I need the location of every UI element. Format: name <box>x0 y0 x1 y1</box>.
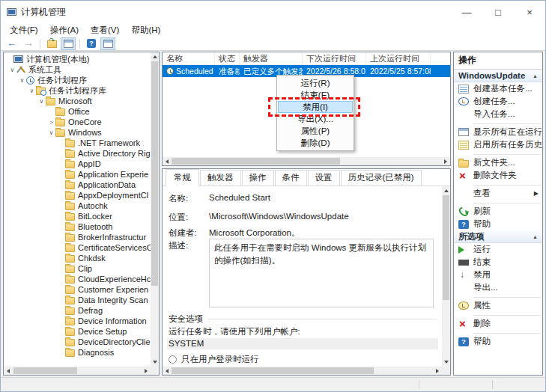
toolbar-button[interactable] <box>44 37 59 50</box>
tree-item[interactable]: Customer Experien <box>4 284 151 295</box>
action-item[interactable]: 创建任务... <box>454 95 542 108</box>
tree-item[interactable]: CloudExperienceHc <box>4 274 151 284</box>
column-header[interactable]: 状态 <box>215 52 240 65</box>
tree-item[interactable]: Device Information <box>4 316 151 326</box>
collapse-icon[interactable]: ▲ <box>533 234 538 239</box>
tree-item[interactable]: > OneCore <box>4 117 151 127</box>
tab[interactable]: 历史记录(已禁用) <box>341 170 422 186</box>
action-item[interactable]: 运行 <box>454 243 542 256</box>
action-item[interactable]: 属性 <box>454 299 542 312</box>
toolbar-button[interactable] <box>100 37 115 50</box>
tab[interactable]: 设置 <box>308 170 340 186</box>
context-menu-item[interactable]: 属性(P) <box>278 125 353 137</box>
action-item[interactable]: 创建基本任务... <box>454 82 542 95</box>
action-item[interactable] <box>473 330 541 334</box>
action-item[interactable]: 新文件夹... <box>454 156 542 169</box>
scroll-left-icon[interactable] <box>4 367 12 375</box>
toolbar-button[interactable] <box>79 39 80 49</box>
scroll-right-icon[interactable] <box>434 367 442 375</box>
tree-item[interactable]: Data Integrity Scan <box>4 295 151 305</box>
tab[interactable]: 条件 <box>275 170 307 186</box>
tab[interactable]: 操作 <box>242 170 274 186</box>
tree-chevron-icon[interactable]: ∨ <box>47 129 55 136</box>
tree-item[interactable]: AppID <box>4 159 151 169</box>
action-item[interactable]: 删除文件夹 <box>454 169 542 182</box>
tree-item[interactable]: ∨ 任务计划程序 <box>4 75 151 85</box>
scrollbar-thumb[interactable] <box>443 195 449 300</box>
tree-horizontal-scrollbar[interactable] <box>4 367 151 375</box>
description-box[interactable]: 此任务用于在需要时启动 Windows 更新服务以执行计划的操作(如扫描)。 <box>209 239 434 307</box>
tree-item[interactable]: Diagnosis <box>4 347 151 358</box>
toolbar-button[interactable] <box>61 37 76 50</box>
scrollbar-thumb[interactable] <box>151 61 158 286</box>
action-item[interactable]: 导出... <box>454 281 542 294</box>
scroll-down-icon[interactable] <box>151 358 159 367</box>
menubar-item[interactable]: 操作(A) <box>44 24 85 37</box>
tree-vertical-scrollbar[interactable] <box>151 52 159 367</box>
tree-item[interactable]: Application Experie <box>4 169 151 180</box>
tree-item[interactable]: ∨ Microsoft <box>4 96 151 106</box>
tree-item[interactable]: Defrag <box>4 305 151 316</box>
tree-item[interactable]: Clip <box>4 263 151 274</box>
tree-item[interactable]: DeviceDirectoryClie <box>4 337 151 347</box>
action-item[interactable] <box>473 120 541 124</box>
column-header[interactable]: 下次运行时间 <box>303 52 366 65</box>
maximize-button[interactable]: □ <box>482 1 514 23</box>
toolbar-button[interactable] <box>84 37 99 50</box>
tree-item[interactable]: ApplicationData <box>4 180 151 190</box>
menubar-item[interactable]: 文件(F) <box>4 24 44 37</box>
tab[interactable]: 常规 <box>166 169 199 186</box>
column-header[interactable]: 上次运行时间 <box>366 52 431 65</box>
tree-item[interactable]: BitLocker <box>4 211 151 221</box>
action-item[interactable]: 帮助 <box>454 335 542 348</box>
scrollbar-thumb[interactable] <box>13 367 77 374</box>
toolbar-button[interactable] <box>21 37 36 50</box>
tree-item[interactable]: Autochk <box>4 200 151 211</box>
action-item[interactable] <box>473 312 541 316</box>
tree-item[interactable]: Bluetooth <box>4 221 151 232</box>
scroll-left-icon[interactable] <box>163 157 171 165</box>
tab[interactable]: 触发器 <box>200 170 241 186</box>
actions-section-windowsupdate[interactable]: WindowsUpdate ▲ <box>454 70 542 82</box>
toolbar-button[interactable] <box>4 37 19 50</box>
actions-section-selected-item[interactable]: 所选项 ▲ <box>454 230 542 243</box>
action-item[interactable]: 启用所有任务历史记录 <box>454 138 542 151</box>
tree-item[interactable]: Device Setup <box>4 326 151 337</box>
tree-item[interactable]: Chkdsk <box>4 253 151 263</box>
action-item[interactable]: 删除 <box>454 317 542 330</box>
scroll-right-icon[interactable] <box>142 367 151 375</box>
action-item[interactable]: 查看 ▶ <box>454 187 542 200</box>
close-button[interactable]: × <box>514 1 545 23</box>
action-item[interactable]: 禁用 <box>454 269 542 281</box>
tree-item[interactable]: ∨ 任务计划程序库 <box>4 85 151 96</box>
context-menu-item[interactable]: 运行(R) <box>278 77 353 89</box>
minimize-button[interactable]: — <box>451 1 482 23</box>
scroll-up-icon[interactable] <box>151 52 159 61</box>
action-item[interactable]: 显示所有正在运行的任务 <box>454 126 542 138</box>
action-item[interactable]: 导入任务... <box>454 108 542 120</box>
menubar-item[interactable]: 查看(V) <box>85 24 125 37</box>
scroll-right-icon[interactable] <box>442 157 450 165</box>
toolbar-button[interactable] <box>40 39 40 49</box>
collapse-icon[interactable]: ▲ <box>533 73 538 79</box>
context-menu-item[interactable]: 删除(D) <box>278 137 353 149</box>
column-header[interactable]: 触发器 <box>240 52 303 65</box>
tree-item[interactable]: Active Directory Rig <box>4 148 151 159</box>
action-item[interactable] <box>473 151 541 155</box>
scroll-up-icon[interactable] <box>442 186 450 195</box>
action-item[interactable] <box>473 182 541 186</box>
detail-horizontal-scrollbar[interactable] <box>163 367 442 375</box>
action-item[interactable]: 结束 <box>454 256 542 269</box>
tree-chevron-icon[interactable]: ∨ <box>37 98 46 105</box>
column-header[interactable]: 名称 <box>163 52 215 65</box>
action-item[interactable] <box>473 200 541 203</box>
scroll-left-icon[interactable] <box>163 367 171 375</box>
tree-item[interactable]: BrokerInfrastructur <box>4 232 151 242</box>
action-item[interactable] <box>473 294 541 298</box>
tree-item[interactable]: 计算机管理(本地) <box>4 54 151 64</box>
scrollbar-thumb[interactable] <box>172 367 374 374</box>
tree-item[interactable]: ∨ 系统工具 <box>4 64 151 75</box>
tree-chevron-icon[interactable]: ∨ <box>8 67 16 73</box>
tree-item[interactable]: CertificateServicesC <box>4 242 151 253</box>
tree-item[interactable]: .NET Framework <box>4 138 151 148</box>
